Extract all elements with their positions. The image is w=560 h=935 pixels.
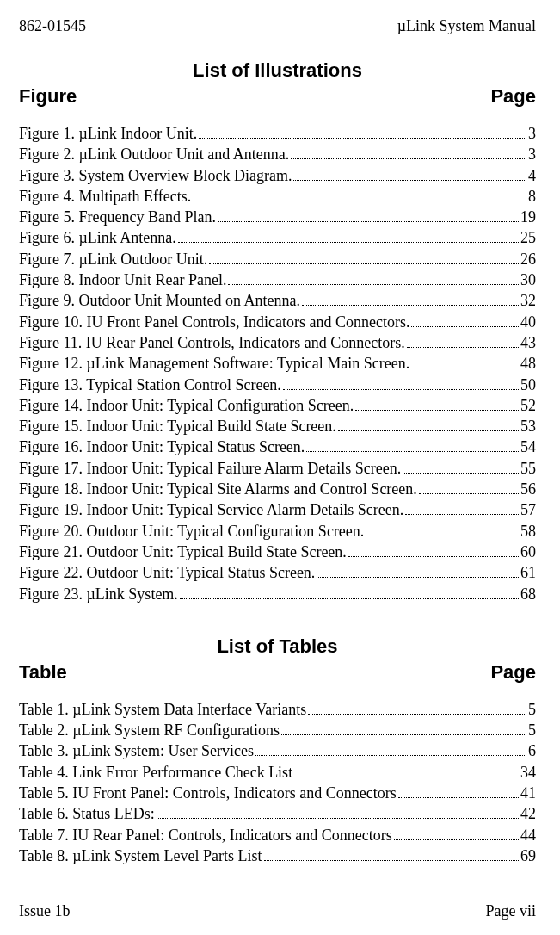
toc-row: Figure 5. Frequency Band Plan.19 [19, 207, 536, 227]
page-header: 862-01545 µLink System Manual [19, 17, 536, 35]
toc-row: Figure 16. Indoor Unit: Typical Status S… [19, 437, 536, 457]
tables-list: Table 1. µLink System Data Interface Var… [19, 699, 536, 866]
toc-row: Figure 3. System Overview Block Diagram.… [19, 165, 536, 186]
page-col-head: Page [490, 85, 536, 108]
toc-entry-label: Table 2. µLink System RF Configurations [19, 720, 280, 740]
toc-row: Table 8. µLink System Level Parts List69 [19, 845, 536, 866]
toc-entry-page: 30 [520, 269, 536, 290]
toc-entry-label: Figure 8. Indoor Unit Rear Panel. [19, 269, 226, 290]
toc-entry-label: Figure 15. Indoor Unit: Typical Build St… [19, 416, 336, 437]
toc-entry-label: Table 3. µLink System: User Services [19, 740, 254, 761]
toc-entry-label: Figure 19. Indoor Unit: Typical Service … [19, 499, 403, 520]
toc-leader-dots [394, 839, 519, 840]
toc-entry-label: Figure 6. µLink Antenna. [19, 227, 176, 248]
table-col-head: Table [19, 661, 67, 684]
toc-row: Figure 18. Indoor Unit: Typical Site Ala… [19, 479, 536, 499]
toc-row: Figure 14. Indoor Unit: Typical Configur… [19, 395, 536, 416]
toc-entry-page: 54 [520, 437, 536, 457]
page-col-head: Page [490, 661, 536, 684]
toc-leader-dots [193, 201, 526, 201]
toc-entry-page: 48 [520, 353, 536, 374]
toc-entry-label: Figure 16. Indoor Unit: Typical Status S… [19, 437, 305, 457]
toc-row: Table 1. µLink System Data Interface Var… [19, 699, 536, 720]
toc-entry-page: 50 [520, 375, 536, 395]
toc-entry-label: Figure 20. Outdoor Unit: Typical Configu… [19, 521, 364, 542]
toc-leader-dots [291, 158, 526, 159]
toc-row: Figure 7. µLink Outdoor Unit.26 [19, 249, 536, 269]
toc-entry-label: Figure 21. Outdoor Unit: Typical Build S… [19, 542, 347, 562]
toc-entry-page: 52 [520, 395, 536, 416]
toc-entry-label: Table 6. Status LEDs: [19, 803, 155, 824]
toc-leader-dots [338, 430, 519, 431]
toc-row: Figure 9. Outdoor Unit Mounted on Antenn… [19, 290, 536, 311]
toc-entry-page: 55 [520, 458, 536, 479]
toc-leader-dots [209, 263, 519, 264]
toc-leader-dots [366, 536, 519, 536]
toc-row: Table 5. IU Front Panel: Controls, Indic… [19, 783, 536, 803]
toc-row: Table 2. µLink System RF Configurations5 [19, 720, 536, 740]
toc-entry-label: Figure 22. Outdoor Unit: Typical Status … [19, 562, 315, 583]
toc-entry-page: 6 [528, 740, 536, 761]
toc-leader-dots [403, 473, 519, 474]
toc-row: Figure 17. Indoor Unit: Typical Failure … [19, 458, 536, 479]
toc-leader-dots [348, 556, 519, 557]
toc-leader-dots [180, 598, 519, 599]
toc-leader-dots [218, 221, 519, 222]
toc-row: Figure 1. µLink Indoor Unit.3 [19, 123, 536, 144]
toc-entry-page: 34 [520, 762, 536, 783]
toc-entry-label: Figure 14. Indoor Unit: Typical Configur… [19, 395, 354, 416]
toc-entry-label: Figure 12. µLink Management Software: Ty… [19, 353, 409, 374]
illustrations-column-heads: Figure Page [19, 85, 536, 108]
toc-leader-dots [317, 577, 519, 578]
illustrations-list: Figure 1. µLink Indoor Unit.3Figure 2. µ… [19, 123, 536, 604]
toc-entry-page: 61 [520, 562, 536, 583]
toc-row: Figure 12. µLink Management Software: Ty… [19, 353, 536, 374]
toc-leader-dots [407, 347, 519, 348]
toc-row: Figure 22. Outdoor Unit: Typical Status … [19, 562, 536, 583]
toc-leader-dots [199, 138, 526, 139]
toc-entry-page: 26 [520, 249, 536, 269]
toc-entry-page: 44 [520, 825, 536, 845]
toc-row: Figure 21. Outdoor Unit: Typical Build S… [19, 542, 536, 562]
toc-leader-dots [302, 305, 519, 306]
toc-entry-page: 19 [520, 207, 536, 227]
toc-entry-label: Table 1. µLink System Data Interface Var… [19, 699, 306, 720]
toc-entry-label: Figure 9. Outdoor Unit Mounted on Antenn… [19, 290, 300, 311]
toc-entry-label: Table 7. IU Rear Panel: Controls, Indica… [19, 825, 392, 845]
toc-leader-dots [355, 410, 519, 411]
toc-row: Figure 13. Typical Station Control Scree… [19, 375, 536, 395]
toc-entry-label: Figure 13. Typical Station Control Scree… [19, 375, 281, 395]
toc-row: Figure 20. Outdoor Unit: Typical Configu… [19, 521, 536, 542]
header-right: µLink System Manual [397, 17, 536, 35]
toc-row: Figure 11. IU Rear Panel Controls, Indic… [19, 332, 536, 353]
toc-row: Figure 8. Indoor Unit Rear Panel.30 [19, 269, 536, 290]
toc-leader-dots [308, 714, 526, 715]
toc-entry-label: Figure 5. Frequency Band Plan. [19, 207, 216, 227]
toc-row: Table 6. Status LEDs:42 [19, 803, 536, 824]
toc-entry-label: Figure 3. System Overview Block Diagram. [19, 165, 292, 186]
toc-entry-page: 3 [528, 123, 536, 144]
toc-entry-page: 8 [528, 186, 536, 207]
toc-entry-page: 42 [520, 803, 536, 824]
toc-row: Figure 23. µLink System.68 [19, 584, 536, 604]
toc-entry-label: Figure 1. µLink Indoor Unit. [19, 123, 197, 144]
toc-entry-page: 56 [520, 479, 536, 499]
toc-entry-label: Figure 7. µLink Outdoor Unit. [19, 249, 207, 269]
toc-leader-dots [281, 734, 526, 735]
toc-leader-dots [405, 514, 519, 515]
toc-entry-page: 40 [520, 312, 536, 332]
toc-leader-dots [411, 368, 519, 368]
toc-entry-page: 58 [520, 521, 536, 542]
toc-leader-dots [419, 493, 519, 494]
toc-entry-label: Figure 2. µLink Outdoor Unit and Antenna… [19, 144, 289, 164]
toc-entry-page: 60 [520, 542, 536, 562]
tables-title: List of Tables [19, 635, 536, 658]
toc-row: Figure 10. IU Front Panel Controls, Indi… [19, 312, 536, 332]
toc-entry-page: 41 [520, 783, 536, 803]
toc-entry-page: 69 [520, 845, 536, 866]
toc-entry-label: Figure 10. IU Front Panel Controls, Indi… [19, 312, 409, 332]
toc-entry-label: Table 5. IU Front Panel: Controls, Indic… [19, 783, 397, 803]
footer-left: Issue 1b [19, 902, 71, 920]
tables-column-heads: Table Page [19, 661, 536, 684]
toc-leader-dots [283, 389, 519, 390]
